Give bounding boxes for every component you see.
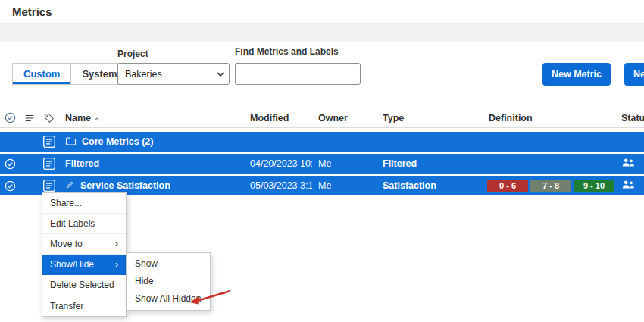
shared-users-icon bbox=[621, 158, 635, 170]
column-header-owner[interactable]: Owner bbox=[312, 113, 377, 123]
chevron-down-icon bbox=[212, 72, 229, 77]
project-select[interactable]: Bakeries bbox=[117, 63, 230, 85]
definition-badges: 0 - 6 7 - 8 9 - 10 bbox=[483, 180, 615, 192]
row-context-menu: Share... Edit Labels Move to › Show/Hide… bbox=[42, 192, 127, 317]
show-hide-submenu: Show Hide Show All Hidden bbox=[127, 252, 211, 311]
metric-name: Service Satisfaction bbox=[80, 180, 170, 191]
find-label: Find Metrics and Labels bbox=[235, 46, 339, 57]
view-tabs: Custom System bbox=[12, 63, 129, 85]
menu-item-edit-labels[interactable]: Edit Labels bbox=[42, 214, 126, 234]
menu-item-delete-selected[interactable]: Delete Selected bbox=[42, 275, 126, 295]
project-label: Project bbox=[117, 48, 148, 59]
folder-row[interactable]: Core Metrics (2) bbox=[0, 132, 644, 152]
badge-detractor: 0 - 6 bbox=[487, 180, 528, 192]
folder-name: Core Metrics (2) bbox=[82, 136, 153, 147]
table-header: Name Modified Owner Type Definition Stat… bbox=[0, 108, 644, 128]
metric-modified: 05/03/2023 3:14 ... bbox=[244, 180, 312, 191]
metric-name-cell: Filtered bbox=[59, 158, 244, 169]
metric-name-cell: Service Satisfaction bbox=[59, 180, 244, 192]
tag-icon[interactable] bbox=[39, 113, 59, 123]
page-title: Metrics bbox=[12, 5, 52, 18]
sort-ascending-icon bbox=[94, 113, 100, 123]
edit-pencil-icon[interactable] bbox=[65, 180, 75, 192]
tab-custom[interactable]: Custom bbox=[12, 63, 71, 85]
column-header-name-label: Name bbox=[65, 113, 91, 123]
menu-item-share[interactable]: Share... bbox=[42, 193, 126, 214]
column-header-modified[interactable]: Modified bbox=[244, 113, 312, 123]
metric-owner: Me bbox=[312, 180, 377, 191]
document-icon[interactable] bbox=[39, 157, 59, 170]
menu-item-show-hide[interactable]: Show/Hide › bbox=[42, 255, 126, 275]
submenu-item-show-all-hidden[interactable]: Show All Hidden bbox=[127, 290, 210, 308]
table-row[interactable]: Filtered 04/20/2023 10:3... Me Filtered bbox=[0, 154, 644, 174]
badge-passive: 7 - 8 bbox=[530, 180, 571, 192]
bulk-actions-menu-icon[interactable] bbox=[20, 113, 39, 123]
column-header-name[interactable]: Name bbox=[59, 113, 244, 123]
chevron-right-icon: › bbox=[115, 239, 118, 249]
new-secondary-button[interactable]: New bbox=[624, 63, 644, 86]
column-header-status[interactable]: Status bbox=[615, 113, 644, 123]
metric-status-cell bbox=[615, 180, 644, 192]
document-icon[interactable] bbox=[39, 135, 59, 148]
badge-promoter: 9 - 10 bbox=[574, 180, 614, 192]
new-metric-button[interactable]: New Metric bbox=[542, 63, 611, 86]
menu-item-transfer[interactable]: Transfer bbox=[42, 295, 126, 316]
shared-users-icon bbox=[621, 180, 635, 192]
project-select-value: Bakeries bbox=[118, 69, 212, 80]
metric-modified: 04/20/2023 10:3... bbox=[244, 158, 312, 169]
select-all-check-icon[interactable] bbox=[0, 112, 20, 123]
find-metrics-input[interactable] bbox=[235, 63, 361, 85]
column-header-type[interactable]: Type bbox=[377, 113, 483, 123]
metric-status-cell bbox=[615, 158, 644, 170]
submenu-item-hide[interactable]: Hide bbox=[127, 273, 210, 290]
metric-name: Filtered bbox=[65, 158, 99, 169]
row-selected-check-icon[interactable] bbox=[0, 180, 20, 192]
metrics-table-body: Core Metrics (2) Filtered 04/20/2023 10:… bbox=[0, 132, 644, 195]
metric-type: Satisfaction bbox=[377, 180, 483, 191]
submenu-item-show[interactable]: Show bbox=[127, 255, 210, 273]
chevron-right-icon: › bbox=[115, 260, 118, 269]
folder-name-cell: Core Metrics (2) bbox=[59, 136, 244, 148]
metric-type: Filtered bbox=[377, 158, 483, 169]
column-header-definition[interactable]: Definition bbox=[483, 113, 615, 123]
row-selected-check-icon[interactable] bbox=[0, 158, 20, 170]
folder-icon bbox=[65, 136, 77, 148]
metric-owner: Me bbox=[312, 158, 377, 169]
page-header: Metrics bbox=[0, 0, 644, 23]
toolbar: Custom System Project Bakeries Find Metr… bbox=[0, 42, 644, 108]
menu-item-move-to[interactable]: Move to › bbox=[42, 234, 126, 255]
subheader-band bbox=[0, 23, 644, 42]
document-icon[interactable] bbox=[39, 179, 59, 192]
